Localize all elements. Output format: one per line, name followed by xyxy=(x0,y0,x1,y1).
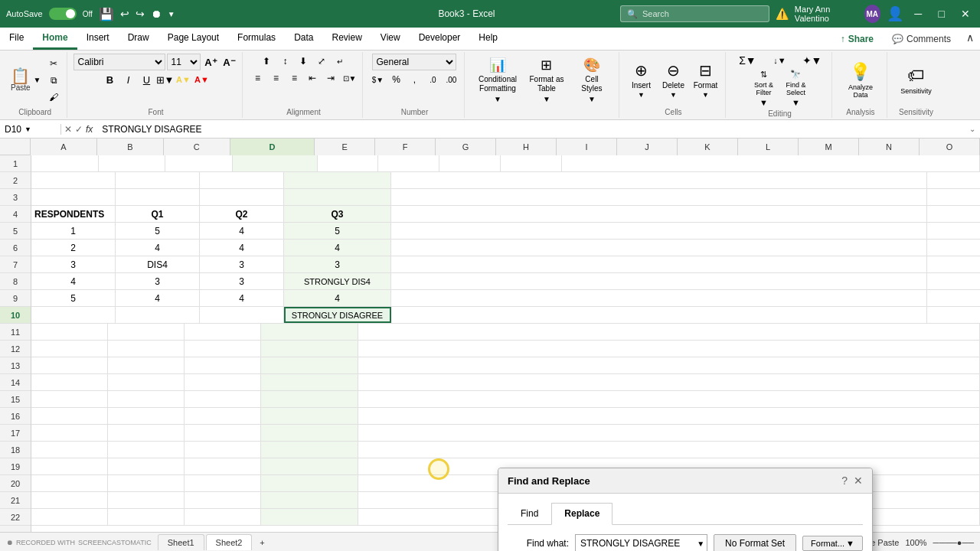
cell-styles-dropdown[interactable]: ▼ xyxy=(588,95,596,103)
row-num-22[interactable]: 22 xyxy=(0,509,31,526)
row-num-15[interactable]: 15 xyxy=(0,391,31,408)
quick-access-dropdown[interactable]: ▼ xyxy=(168,10,175,18)
cell-a8[interactable]: 4 xyxy=(31,273,116,289)
dialog-help-button[interactable]: ? xyxy=(841,474,848,487)
number-format-select[interactable]: General xyxy=(372,54,456,70)
col-header-h[interactable]: H xyxy=(496,139,557,155)
merge-center-button[interactable]: ⊡▼ xyxy=(341,70,358,86)
cell-f1[interactable] xyxy=(378,155,439,171)
decrease-decimal-button[interactable]: .00 xyxy=(443,72,459,87)
cell-c4[interactable]: Q2 xyxy=(200,206,284,222)
cell-c1[interactable] xyxy=(165,155,233,171)
cell-styles-button[interactable]: 🎨 CellStyles ▼ xyxy=(573,55,611,105)
cell-d2[interactable] xyxy=(284,172,391,188)
cell-b1[interactable] xyxy=(99,155,166,171)
tab-help[interactable]: Help xyxy=(469,28,507,50)
zoom-slider[interactable]: ────●── xyxy=(933,538,974,547)
cell-b9[interactable]: 4 xyxy=(116,290,200,306)
cell-a4[interactable]: RESPONDENTS xyxy=(31,206,116,222)
dialog-tab-find[interactable]: Find xyxy=(508,503,551,524)
cell-d7[interactable]: 3 xyxy=(284,256,391,272)
tab-home[interactable]: Home xyxy=(33,28,77,50)
cell-h1[interactable] xyxy=(501,155,562,171)
cell-rest9[interactable] xyxy=(391,290,927,306)
percent-button[interactable]: % xyxy=(387,72,404,87)
delete-dropdown[interactable]: ▼ xyxy=(670,91,677,99)
cell-d4[interactable]: Q3 xyxy=(284,206,391,222)
row-num-10[interactable]: 10 xyxy=(0,307,31,324)
formula-expand-button[interactable]: ⌄ xyxy=(965,125,980,133)
tab-page-layout[interactable]: Page Layout xyxy=(158,28,228,50)
tab-review[interactable]: Review xyxy=(322,28,371,50)
no-format-set-1-button[interactable]: No Format Set xyxy=(714,534,796,551)
account-icon[interactable]: 👤 xyxy=(887,5,903,22)
format-as-table-button[interactable]: ⊞ Format asTable ▼ xyxy=(524,55,570,105)
cell-c10[interactable] xyxy=(200,307,284,323)
analyze-data-button[interactable]: 💡 AnalyzeData xyxy=(845,60,876,100)
cell-g1[interactable] xyxy=(439,155,501,171)
align-top-button[interactable]: ⬆ xyxy=(258,54,275,69)
col-header-e[interactable]: E xyxy=(315,139,375,155)
redo-icon[interactable]: ↪ xyxy=(136,8,145,20)
tab-developer[interactable]: Developer xyxy=(410,28,470,50)
cell-d1[interactable] xyxy=(233,155,318,171)
col-header-k[interactable]: K xyxy=(678,139,738,155)
align-right-button[interactable]: ≡ xyxy=(286,70,302,86)
cell-a9[interactable]: 5 xyxy=(31,290,116,306)
delete-button[interactable]: ⊖ Delete ▼ xyxy=(658,60,688,100)
cell-b7[interactable]: DIS4 xyxy=(116,256,200,272)
font-size-select[interactable]: 11 xyxy=(167,54,201,70)
conditional-format-dropdown[interactable]: ▼ xyxy=(494,95,501,103)
sheet-tab-sheet2[interactable]: Sheet2 xyxy=(206,534,253,550)
cell-a7[interactable]: 3 xyxy=(31,256,116,272)
col-header-i[interactable]: I xyxy=(557,139,617,155)
cell-a5[interactable]: 1 xyxy=(31,223,116,239)
paste-button[interactable]: 📋 Paste ▼ xyxy=(8,67,44,93)
font-name-select[interactable]: Calibri xyxy=(74,54,165,70)
cell-e1[interactable] xyxy=(318,155,379,171)
close-button[interactable]: ✕ xyxy=(956,4,974,24)
col-header-m[interactable]: M xyxy=(799,139,859,155)
search-box[interactable]: 🔍 Search xyxy=(620,5,769,22)
cell-c9[interactable]: 4 xyxy=(200,290,284,306)
clear-button[interactable]: ✦▼ xyxy=(796,54,827,67)
text-direction-button[interactable]: ⤢ xyxy=(313,54,330,69)
col-header-g[interactable]: G xyxy=(436,139,496,155)
borders-button[interactable]: ⊞▼ xyxy=(156,72,173,87)
col-header-n[interactable]: N xyxy=(859,139,920,155)
row-num-8[interactable]: 8 xyxy=(0,273,31,290)
cell-rest2[interactable] xyxy=(391,172,927,188)
tab-data[interactable]: Data xyxy=(285,28,322,50)
select-all-button[interactable] xyxy=(0,139,31,155)
cell-c6[interactable]: 4 xyxy=(200,240,284,256)
tab-formulas[interactable]: Formulas xyxy=(228,28,285,50)
format-as-table-dropdown[interactable]: ▼ xyxy=(543,95,550,103)
row-num-12[interactable]: 12 xyxy=(0,341,31,357)
decrease-indent-button[interactable]: ⇤ xyxy=(304,70,321,86)
find-what-dropdown[interactable]: ▼ xyxy=(697,540,704,548)
formula-confirm-button[interactable]: ✓ xyxy=(75,124,83,135)
row-num-20[interactable]: 20 xyxy=(0,475,31,492)
cell-rest7[interactable] xyxy=(391,256,927,272)
cell-d9[interactable]: 4 xyxy=(284,290,391,306)
decrease-font-button[interactable]: A⁻ xyxy=(220,54,237,70)
formula-input[interactable] xyxy=(96,124,965,135)
fill-color-button[interactable]: A▼ xyxy=(175,72,191,87)
format-painter-button[interactable]: 🖌 xyxy=(45,90,62,105)
sensitivity-button[interactable]: 🏷 Sensitivity xyxy=(897,64,935,96)
row-num-4[interactable]: 4 xyxy=(0,206,31,223)
col-header-j[interactable]: J xyxy=(617,139,678,155)
cell-ref-dropdown[interactable]: ▼ xyxy=(24,126,31,133)
row-num-11[interactable]: 11 xyxy=(0,324,31,341)
cell-c3[interactable] xyxy=(200,189,284,205)
sum-button[interactable]: Σ▼ xyxy=(732,54,763,67)
row-num-6[interactable]: 6 xyxy=(0,240,31,256)
col-header-a[interactable]: A xyxy=(31,139,97,155)
col-header-d[interactable]: D xyxy=(230,139,315,155)
tab-draw[interactable]: Draw xyxy=(119,28,158,50)
row-num-3[interactable]: 3 xyxy=(0,189,31,206)
insert-dropdown[interactable]: ▼ xyxy=(638,91,645,99)
row-num-7[interactable]: 7 xyxy=(0,256,31,273)
cell-b10[interactable] xyxy=(116,307,200,323)
undo-icon[interactable]: ↩ xyxy=(120,8,129,20)
